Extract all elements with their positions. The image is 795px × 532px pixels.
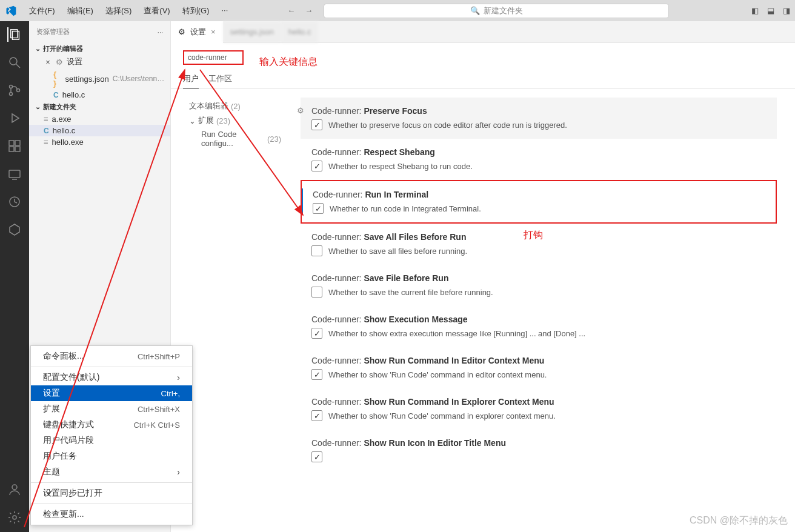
file-row[interactable]: ≡ hello.exe xyxy=(29,136,170,148)
chevron-down-icon: ⌄ xyxy=(35,103,41,111)
remote-icon[interactable] xyxy=(7,167,22,181)
open-editor-row[interactable]: C hello.c xyxy=(29,89,170,101)
command-center-search[interactable]: 🔍 新建文件夹 xyxy=(324,4,669,18)
setting-row: Code-runner: Show Run Command In Editor … xyxy=(301,347,777,388)
tab-hello-c[interactable]: hello.c xyxy=(281,21,319,43)
context-menu-item[interactable]: 扩展Ctrl+Shift+X xyxy=(31,401,192,417)
menu-more[interactable]: ··· xyxy=(216,3,233,19)
file-row[interactable]: C hello.c xyxy=(29,125,170,136)
gear-icon: ⚙ xyxy=(178,27,185,36)
open-editor-row[interactable]: { } settings.json C:\Users\tenny... xyxy=(29,68,170,89)
toc-run-code-config[interactable]: Run Code configu... (23) xyxy=(189,128,281,150)
nav-forward-icon[interactable]: → xyxy=(305,6,313,15)
run-debug-icon[interactable] xyxy=(7,111,22,125)
close-icon[interactable]: × xyxy=(44,58,52,67)
setting-checkbox[interactable] xyxy=(313,203,324,214)
close-icon[interactable]: × xyxy=(211,27,216,36)
file-icon: ≡ xyxy=(44,138,48,147)
timeline-icon[interactable] xyxy=(7,195,22,209)
nav-back-icon[interactable]: ← xyxy=(287,6,295,15)
settings-search-input[interactable] xyxy=(183,50,244,65)
menu-goto[interactable]: 转到(G) xyxy=(178,3,215,19)
explorer-icon[interactable] xyxy=(7,27,22,42)
setting-title: Code-runner: Preserve Focus xyxy=(311,106,777,116)
panel-toggle-icon[interactable]: ⬓ xyxy=(767,6,774,15)
check-icon: ✓ xyxy=(47,488,54,497)
svg-rect-9 xyxy=(15,141,20,145)
open-editor-row[interactable]: × ⚙ 设置 xyxy=(29,55,170,68)
setting-checkbox[interactable] xyxy=(311,410,322,421)
chevron-down-icon: ⌄ xyxy=(189,116,196,125)
context-menu-item[interactable]: 主题› xyxy=(31,464,192,480)
menu-item-label: 配置文件(默认) xyxy=(43,372,99,382)
gear-icon[interactable]: ⚙ xyxy=(297,106,304,115)
context-menu-item[interactable]: 设置Ctrl+, xyxy=(31,385,192,401)
setting-checkbox[interactable] xyxy=(311,369,322,380)
gear-context-menu: 命令面板...Ctrl+Shift+P配置文件(默认)›设置Ctrl+,扩展Ct… xyxy=(30,345,193,525)
menu-selection[interactable]: 选择(S) xyxy=(101,3,136,19)
editor-tabs: ⚙ 设置 × settings.json hello.c xyxy=(171,21,795,43)
setting-title: Code-runner: Save All Files Before Run xyxy=(311,232,777,242)
context-menu-item[interactable]: 配置文件(默认)› xyxy=(31,370,192,385)
context-menu-item[interactable]: 命令面板...Ctrl+Shift+P xyxy=(31,348,192,364)
setting-checkbox[interactable] xyxy=(311,161,322,171)
svg-rect-10 xyxy=(9,147,14,151)
chevron-right-icon: › xyxy=(177,467,180,477)
svg-rect-12 xyxy=(9,170,20,178)
menu-view[interactable]: 查看(V) xyxy=(139,3,175,19)
setting-checkbox[interactable] xyxy=(311,287,322,298)
context-menu-item[interactable]: 用户任务 xyxy=(31,448,192,464)
setting-title: Code-runner: Respect Shebang xyxy=(311,147,777,157)
settings-list[interactable]: ⚙Code-runner: Preserve FocusWhether to p… xyxy=(286,89,795,532)
setting-row: Code-runner: Show Execution MessageWheth… xyxy=(301,306,777,347)
extensions-icon[interactable] xyxy=(7,139,22,153)
scope-tab-workspace[interactable]: 工作区 xyxy=(208,70,232,88)
menu-item-label: 主题 xyxy=(43,467,60,476)
editor-area: ⚙ 设置 × settings.json hello.c 用户 工作区 xyxy=(171,21,795,532)
file-row[interactable]: ≡ a.exe xyxy=(29,113,170,125)
sidebar-title: 资源管理器 xyxy=(36,27,70,36)
setting-description: Whether to run code in Integrated Termin… xyxy=(330,204,481,213)
setting-row: Code-runner: Respect ShebangWhether to r… xyxy=(301,139,777,180)
tab-settings-json[interactable]: settings.json xyxy=(223,21,281,43)
setting-checkbox[interactable] xyxy=(311,328,322,339)
folder-section[interactable]: ⌄新建文件夹 xyxy=(29,101,170,113)
account-icon[interactable] xyxy=(7,482,22,497)
setting-title: Code-runner: Show Run Command In Explore… xyxy=(311,397,777,407)
setting-description: Whether to show 'Run Code' command in ed… xyxy=(328,370,547,379)
c-file-icon: C xyxy=(44,127,49,135)
file-label: settings.json xyxy=(65,75,109,84)
sidebar-more-icon[interactable]: ··· xyxy=(158,28,163,36)
tab-label: hello.c xyxy=(288,27,311,36)
search-icon[interactable] xyxy=(7,55,22,70)
svg-line-3 xyxy=(16,64,20,68)
context-menu-item[interactable]: 用户代码片段 xyxy=(31,433,192,448)
json-icon: { } xyxy=(53,70,62,88)
setting-checkbox[interactable] xyxy=(311,119,322,130)
setting-checkbox[interactable] xyxy=(311,245,322,256)
menu-separator xyxy=(31,504,192,504)
layout-toggle-icon[interactable]: ◧ xyxy=(751,6,759,15)
setting-checkbox[interactable] xyxy=(311,451,322,462)
toc-extensions[interactable]: ⌄ 扩展 (23) xyxy=(189,113,281,128)
setting-description: Whether to preserve focus on code editor… xyxy=(328,121,567,130)
file-path: C:\Users\tenny... xyxy=(113,75,165,83)
keyboard-shortcut: Ctrl+K Ctrl+S xyxy=(133,421,180,430)
settings-gear-icon[interactable] xyxy=(7,510,22,525)
vscode-logo-icon xyxy=(5,5,17,17)
context-menu-item[interactable]: 键盘快捷方式Ctrl+K Ctrl+S xyxy=(31,417,192,433)
open-editors-section[interactable]: ⌄打开的编辑器 xyxy=(29,42,170,55)
tab-settings[interactable]: ⚙ 设置 × xyxy=(171,21,223,43)
sidebar-right-toggle-icon[interactable]: ◨ xyxy=(783,6,790,15)
scope-tab-user[interactable]: 用户 xyxy=(183,70,199,88)
menu-file[interactable]: 文件(F) xyxy=(24,3,60,19)
chevron-right-icon: › xyxy=(177,373,180,382)
plugin-icon[interactable] xyxy=(7,222,22,237)
context-menu-item[interactable]: ✓设置同步已打开 xyxy=(31,485,192,501)
menu-edit[interactable]: 编辑(E) xyxy=(62,3,98,19)
menu-bar: 文件(F) 编辑(E) 选择(S) 查看(V) 转到(G) ··· xyxy=(24,3,233,19)
toc-text-editor[interactable]: 文本编辑器 (2) xyxy=(189,99,281,113)
context-menu-item[interactable]: 检查更新... xyxy=(31,507,192,522)
source-control-icon[interactable] xyxy=(7,83,22,98)
activity-bar xyxy=(0,21,29,532)
